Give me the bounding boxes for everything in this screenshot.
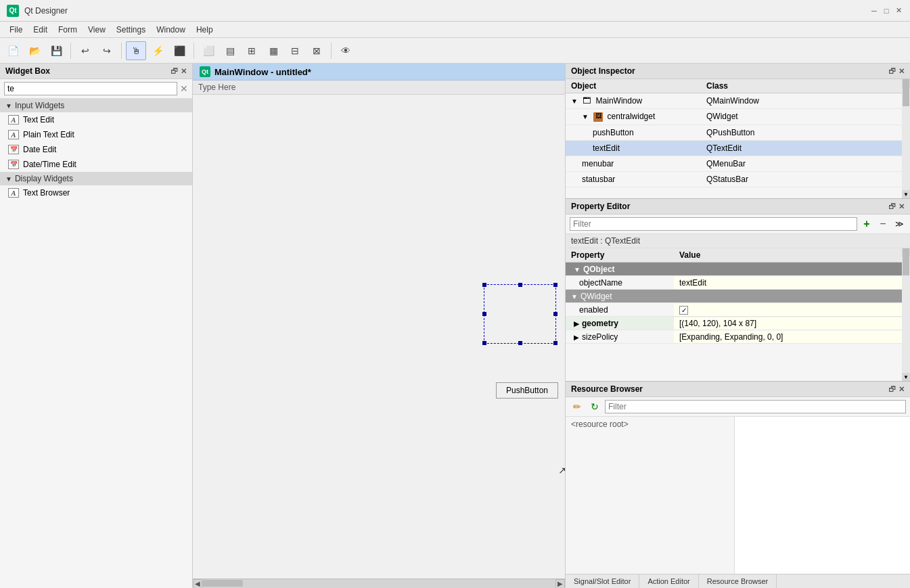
menu-window[interactable]: Window [151,24,191,36]
maximize-button[interactable]: □ [882,6,891,16]
pe-scroll-thumb[interactable] [903,248,909,275]
tb-taborder-btn[interactable]: ⬛ [169,41,189,60]
handle-top-mid[interactable] [518,283,522,287]
tb-redo-btn[interactable]: ↪ [97,41,117,60]
scroll-right-arrow[interactable]: ▶ [555,579,565,589]
rb-refresh-btn[interactable]: ↻ [587,399,602,414]
tab-action-editor[interactable]: Action Editor [639,574,698,588]
pe-table: Property Value ▼QObject objectName textE… [566,248,910,381]
handle-top-left[interactable] [482,283,486,287]
tb-layout-break2-btn[interactable]: ⊠ [306,41,327,60]
widget-item-textbrowser[interactable]: A Text Browser [0,185,192,200]
pe-scrollbar[interactable]: ▲ ▼ [902,248,910,381]
tb-sep4 [331,43,332,59]
tab-resource-browser[interactable]: Resource Browser [699,574,777,588]
pe-header-controls: 🗗 ✕ [888,202,905,211]
pe-enabled-checkbox[interactable]: ✓ [679,306,688,315]
pe-add-btn[interactable]: + [860,217,873,231]
tb-layout-break-btn[interactable]: ⊟ [285,41,305,60]
pe-restore-btn[interactable]: 🗗 [888,202,896,211]
handle-mid-right[interactable] [553,312,558,316]
handle-top-right[interactable] [553,283,558,287]
canvas-menu-placeholder[interactable]: Type Here [193,81,565,95]
oi-restore-btn[interactable]: 🗗 [888,67,896,76]
pe-scroll-down[interactable]: ▼ [902,373,910,381]
input-section-arrow: ▼ [5,102,12,110]
menu-edit[interactable]: Edit [28,24,53,36]
tb-new-btn[interactable]: 📄 [3,41,23,60]
tb-undo-btn[interactable]: ↩ [75,41,95,60]
rb-tree[interactable]: <resource root> [566,417,735,574]
minimize-button[interactable]: ─ [869,6,879,16]
widget-item-datetimeedit[interactable]: 📅 Date/Time Edit [0,157,192,172]
close-button[interactable]: ✕ [894,6,903,16]
menu-form[interactable]: Form [53,24,83,36]
scroll-track[interactable] [202,579,555,588]
scroll-thumb[interactable] [202,580,243,587]
tb-save-btn[interactable]: 💾 [46,41,66,60]
pe-geometry-value[interactable]: [(140, 120), 104 x 87] [674,317,910,330]
tab-signal-slot[interactable]: Signal/Slot Editor [566,574,639,588]
pe-objectname-value[interactable]: textEdit [674,277,910,289]
menu-file[interactable]: File [4,24,28,36]
menu-view[interactable]: View [83,24,111,36]
pe-more-btn[interactable]: ≫ [892,217,906,231]
canvas-content[interactable]: PushButton ↖ [193,95,565,579]
handle-bottom-mid[interactable] [518,341,522,345]
pe-sizepolicy-arrow[interactable]: ▶ [574,334,579,341]
tb-layout-v-btn[interactable]: ▤ [220,41,240,60]
rb-restore-btn[interactable]: 🗗 [888,385,896,394]
scroll-left-arrow[interactable]: ◀ [193,579,202,589]
oi-row-pushbutton[interactable]: pushButton QPushButton [566,125,910,141]
pe-filter-input[interactable] [570,217,857,231]
canvas-scrollbar-horizontal[interactable]: ◀ ▶ [193,579,565,588]
oi-close-btn[interactable]: ✕ [898,67,905,76]
oi-scrollbar[interactable]: ▲ ▼ [902,79,910,198]
tb-pointer-btn[interactable]: 🖱 [126,41,146,60]
pe-close-btn[interactable]: ✕ [898,202,905,211]
menu-help[interactable]: Help [191,24,219,36]
handle-bottom-left[interactable] [482,341,486,345]
widget-search-clear-btn[interactable]: ✕ [180,83,188,94]
pe-geometry-prop: ▶geometry [566,317,674,330]
widget-item-plaintextedit[interactable]: A Plain Text Edit [0,127,192,142]
widget-section-display[interactable]: ▼ Display Widgets [0,172,192,185]
oi-scroll-down[interactable]: ▼ [902,190,910,198]
oi-row-menubar[interactable]: menubar QMenuBar [566,156,910,172]
pe-row-sizepolicy[interactable]: ▶sizePolicy [Expanding, Expanding, 0, 0] [566,330,910,344]
handle-mid-left[interactable] [482,312,486,316]
pe-row-enabled[interactable]: enabled ✓ [566,303,910,317]
tb-connect-btn[interactable]: ⚡ [147,41,168,60]
tb-layout-h-btn[interactable]: ⬜ [198,41,219,60]
rb-edit-btn[interactable]: ✏ [570,399,585,414]
pe-sizepolicy-value[interactable]: [Expanding, Expanding, 0, 0] [674,331,910,343]
canvas-pushbutton-widget[interactable]: PushButton [496,382,558,399]
tb-layout-grid-btn[interactable]: ⊞ [242,41,262,60]
oi-scroll-thumb[interactable] [903,79,909,106]
widget-section-input[interactable]: ▼ Input Widgets [0,99,192,112]
menu-settings[interactable]: Settings [111,24,151,36]
oi-row-centralwidget[interactable]: ▼ 🖼 centralwidget QWidget [566,109,910,125]
canvas-textedit-widget[interactable] [484,284,556,344]
pe-geometry-arrow[interactable]: ▶ [574,320,579,327]
pe-row-geometry[interactable]: ▶geometry [(140, 120), 104 x 87] [566,317,910,330]
rb-files[interactable] [735,417,910,574]
oi-row-statusbar[interactable]: statusbar QStatusBar [566,172,910,187]
widget-box-close-btn[interactable]: ✕ [181,67,187,76]
pe-row-objectname[interactable]: objectName textEdit [566,276,910,290]
rb-filter-input[interactable] [605,400,906,413]
widget-search-input[interactable] [4,82,177,95]
widget-item-dateedit[interactable]: 📅 Date Edit [0,142,192,157]
widget-item-textedit[interactable]: A Text Edit [0,112,192,127]
tb-layout-form-btn[interactable]: ▦ [263,41,283,60]
widget-box-restore-btn[interactable]: 🗗 [170,67,178,76]
oi-row-textedit[interactable]: textEdit QTextEdit [566,141,910,156]
oi-row-mainwindow[interactable]: ▼ 🗔 MainWindow QMainWindow [566,93,910,109]
tb-preview-btn[interactable]: 👁 [336,41,356,60]
handle-bottom-right[interactable] [553,341,558,345]
pe-enabled-value[interactable]: ✓ [674,304,910,316]
pe-remove-btn[interactable]: − [876,217,890,231]
tb-open-btn[interactable]: 📂 [24,41,45,60]
rb-close-btn[interactable]: ✕ [898,385,905,394]
tb-sep2 [121,43,122,59]
